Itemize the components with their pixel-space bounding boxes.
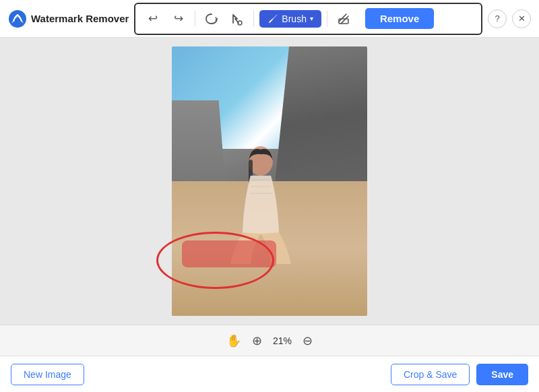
save-button[interactable]: Save [476, 364, 528, 385]
brush-label: Brush [282, 13, 307, 24]
image-container[interactable] [172, 46, 367, 316]
zoom-in-icon[interactable]: ⊕ [252, 333, 262, 348]
logo-icon [8, 9, 27, 28]
lasso-button[interactable] [201, 8, 222, 30]
remove-button[interactable]: Remove [365, 8, 434, 29]
redo-button[interactable]: ↪ [168, 8, 189, 30]
brush-button[interactable]: Brush ▾ [259, 10, 321, 28]
svg-point-0 [9, 10, 26, 28]
main-image [172, 46, 367, 316]
toolbar-divider-3 [327, 11, 327, 27]
logo-area: Watermark Remover [8, 9, 129, 28]
footer-right: Crop & Save Save [391, 364, 528, 385]
zoom-out-icon[interactable]: ⊖ [303, 333, 313, 348]
help-button[interactable]: ? [488, 9, 507, 28]
header-right: ? ✕ [488, 9, 531, 28]
eraser-button[interactable] [333, 8, 354, 30]
header: Watermark Remover ↩ ↪ Brush ▾ [0, 0, 539, 38]
hand-icon[interactable]: ✋ [226, 333, 241, 348]
crop-save-button[interactable]: Crop & Save [391, 364, 470, 385]
brush-stroke [182, 240, 276, 267]
toolbar-divider [195, 11, 195, 27]
canvas-area [0, 38, 539, 325]
zoom-percent: 21% [273, 335, 292, 346]
toolbar: ↩ ↪ Brush ▾ [134, 3, 482, 35]
close-button[interactable]: ✕ [512, 9, 531, 28]
toolbar-divider-2 [253, 11, 254, 27]
new-image-button[interactable]: New Image [11, 364, 84, 385]
help-icon: ? [495, 13, 499, 24]
undo-button[interactable]: ↩ [142, 8, 164, 30]
selection-button[interactable] [226, 8, 248, 30]
footer: New Image Crop & Save Save [0, 356, 539, 392]
bottom-toolbar: ✋ ⊕ 21% ⊖ [0, 325, 539, 356]
close-icon: ✕ [518, 13, 526, 24]
logo-text: Watermark Remover [31, 13, 129, 24]
brush-chevron-icon: ▾ [310, 15, 313, 22]
